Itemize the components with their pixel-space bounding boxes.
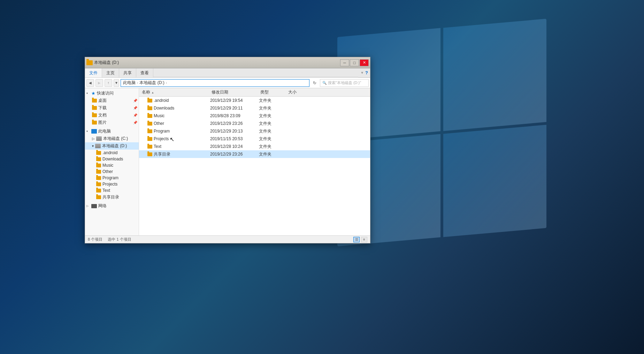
refresh-button[interactable]: ↻: [311, 79, 319, 87]
folder-icon: [92, 106, 97, 110]
breadcrumb-d-drive[interactable]: 本地磁盘 (D:): [139, 80, 164, 86]
file-row-projects[interactable]: Projects 2019/11/15 20:53 文件夹: [139, 135, 370, 143]
drive-icon: [95, 144, 101, 148]
file-name: Projects: [154, 136, 169, 141]
status-right: ☰ ≡: [353, 237, 367, 242]
sidebar-item-downloads[interactable]: 下载 📌: [85, 104, 139, 112]
sidebar-item-pictures[interactable]: 图片 📌: [85, 119, 139, 126]
file-modified: 2019/12/29 20:11: [210, 106, 259, 111]
sidebar-item-d-drive[interactable]: ▾ 本地磁盘 (D:): [85, 142, 139, 150]
sidebar-quick-access-header[interactable]: ▾ ★ 快速访问: [85, 90, 139, 97]
sidebar-desktop-label: 桌面: [98, 98, 107, 104]
breadcrumb-this-pc[interactable]: 此电脑: [123, 80, 136, 86]
folder-icon: [147, 152, 152, 156]
network-label: 网络: [98, 203, 107, 209]
sidebar-item-program[interactable]: Program: [85, 175, 139, 181]
folder-icon: [92, 121, 97, 125]
this-pc-label: 此电脑: [98, 128, 111, 134]
close-button[interactable]: ✕: [360, 59, 369, 66]
folder-icon: [147, 122, 152, 126]
item-count: 8 个项目: [88, 237, 102, 241]
file-row-program[interactable]: Program 2019/12/29 20:13 文件夹: [139, 127, 370, 135]
tab-home[interactable]: 主页: [102, 68, 119, 77]
sidebar-shared-label: 共享目录: [102, 194, 119, 200]
back-button[interactable]: ◀: [86, 79, 94, 87]
this-pc-icon: [91, 129, 97, 134]
pin-icon: 📌: [133, 106, 137, 110]
sidebar-item-text[interactable]: Text: [85, 187, 139, 194]
file-modified: 2019/12/29 19:54: [210, 98, 259, 103]
file-row-text[interactable]: Text 2019/12/28 10:24 文件夹: [139, 143, 370, 150]
minimize-button[interactable]: ─: [340, 59, 349, 66]
arrow-icon: ▷: [92, 137, 95, 141]
detail-view-button[interactable]: ≡: [361, 237, 367, 242]
file-modified: 2019/12/29 23:26: [210, 121, 259, 126]
forward-button[interactable]: ▶: [95, 79, 103, 87]
selected-count: 选中 1 个项目: [108, 237, 131, 241]
file-row-shared[interactable]: 共享目录 2019/12/29 23:26 文件夹: [139, 150, 370, 158]
sidebar-item-c-drive[interactable]: ▷ 本地磁盘 (C:): [85, 135, 139, 142]
window-title: 本地磁盘 (D:): [94, 60, 119, 66]
file-name: Program: [154, 129, 170, 134]
sidebar-pictures-label: 图片: [98, 120, 107, 126]
recent-locations-button[interactable]: ▼: [114, 79, 119, 87]
file-modified: 2019/12/29 20:13: [210, 129, 259, 134]
file-modified: 2019/12/28 10:24: [210, 144, 259, 149]
folder-icon: [92, 113, 97, 117]
file-row-music[interactable]: Music 2019/8/28 23:09 文件夹: [139, 112, 370, 120]
folder-icon: [96, 176, 101, 180]
sidebar-item-shared[interactable]: 共享目录: [85, 194, 139, 201]
col-type-header[interactable]: 类型: [259, 89, 287, 95]
status-left: 8 个项目 选中 1 个项目: [88, 237, 131, 242]
file-name: Other: [154, 121, 164, 126]
sidebar-item-projects[interactable]: Projects: [85, 181, 139, 187]
sidebar-network-header[interactable]: ▷ 网络: [85, 202, 139, 210]
sidebar-item-music[interactable]: Music: [85, 162, 139, 168]
sidebar-d-drive-label: 本地磁盘 (D:): [102, 143, 127, 149]
file-type: 文件夹: [259, 121, 287, 127]
file-type: 文件夹: [259, 98, 287, 104]
status-bar: 8 个项目 选中 1 个项目 ☰ ≡: [85, 235, 370, 243]
sidebar-c-drive-label: 本地磁盘 (C:): [103, 136, 128, 142]
tab-share[interactable]: 共享: [119, 68, 136, 77]
file-row-android[interactable]: .android 2019/12/29 19:54 文件夹: [139, 97, 370, 104]
address-path[interactable]: 此电脑 › 本地磁盘 (D:) ›: [121, 79, 309, 87]
sidebar-item-documents[interactable]: 文档 📌: [85, 112, 139, 119]
explorer-window: 本地磁盘 (D:) ─ □ ✕ 文件 主页 共享 查看 ▼ ? ◀ ▶ ↑ ▼ …: [85, 57, 370, 243]
file-type: 文件夹: [259, 136, 287, 142]
tab-file[interactable]: 文件: [85, 68, 102, 77]
sidebar-item-downloads-d[interactable]: Downloads: [85, 156, 139, 162]
col-modified-header[interactable]: 修改日期: [210, 89, 259, 95]
folder-icon: [96, 164, 101, 167]
sidebar-item-other[interactable]: Other: [85, 168, 139, 175]
ribbon-collapse-icon[interactable]: ▼: [360, 71, 364, 75]
file-modified: 2019/11/15 20:53: [210, 136, 259, 141]
col-size-header[interactable]: 大小: [287, 89, 315, 95]
folder-icon: [147, 114, 152, 118]
ribbon: 文件 主页 共享 查看 ▼ ?: [85, 68, 370, 78]
folder-icon: [96, 189, 101, 193]
sidebar-item-desktop[interactable]: 桌面 📌: [85, 97, 139, 104]
ribbon-help-icon[interactable]: ?: [365, 70, 368, 75]
col-name-header[interactable]: 名称 ▲: [140, 89, 210, 95]
sidebar-item-android[interactable]: .android: [85, 150, 139, 156]
file-row-other[interactable]: Other 2019/12/29 23:26 文件夹: [139, 120, 370, 127]
list-view-button[interactable]: ☰: [353, 237, 360, 242]
sidebar-text-label: Text: [102, 188, 110, 193]
search-box[interactable]: 🔍 搜索"本地磁盘 (D:)": [320, 79, 369, 87]
folder-icon: [96, 170, 101, 174]
sidebar-music-label: Music: [102, 163, 113, 168]
file-row-downloads[interactable]: Downloads 2019/12/29 20:11 文件夹: [139, 104, 370, 112]
pin-icon: 📌: [133, 113, 137, 117]
sidebar-this-pc-header[interactable]: ▾ 此电脑: [85, 128, 139, 135]
drive-icon: [96, 136, 102, 141]
sidebar: ▾ ★ 快速访问 桌面 📌 下载 📌: [85, 88, 139, 235]
maximize-button[interactable]: □: [350, 59, 359, 66]
search-placeholder: 搜索"本地磁盘 (D:)": [328, 80, 361, 85]
up-button[interactable]: ↑: [105, 79, 112, 87]
folder-icon: [96, 151, 101, 155]
quick-access-star-icon: ★: [91, 91, 95, 96]
folder-icon: [147, 137, 152, 141]
file-list: 名称 ▲ 修改日期 类型 大小 .android 2019/12/29 19:5…: [139, 88, 370, 235]
tab-view[interactable]: 查看: [136, 68, 153, 77]
